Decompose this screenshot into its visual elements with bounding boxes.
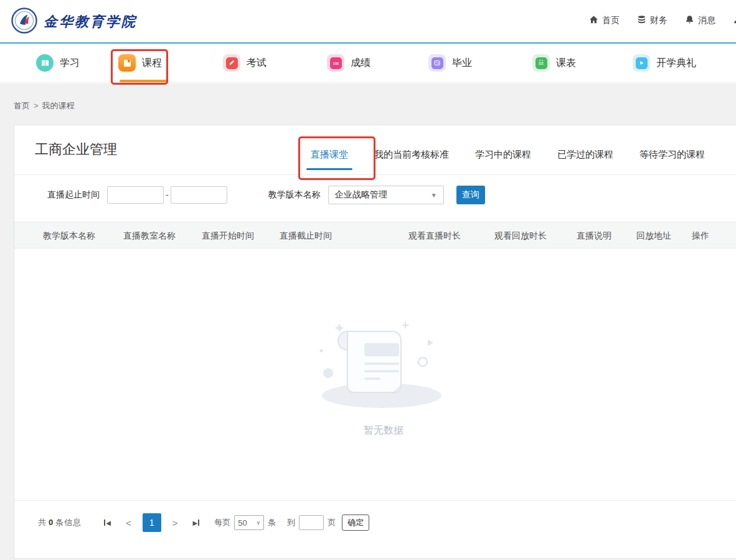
nav-ceremony-label: 开学典礼 bbox=[656, 57, 696, 70]
search-button[interactable]: 查询 bbox=[456, 186, 485, 204]
nav-item-grades[interactable]: 100 成绩 bbox=[327, 54, 370, 72]
total-suffix: 条信息 bbox=[55, 518, 82, 527]
topnav-messages[interactable]: 消息 bbox=[685, 15, 715, 26]
nav-item-exams[interactable]: 考试 bbox=[223, 54, 267, 72]
empty-state: 暂无数据 bbox=[312, 320, 455, 437]
active-tab-underline bbox=[306, 168, 352, 170]
brand[interactable]: 金华教育学院 bbox=[11, 7, 137, 36]
grades-icon: 100 bbox=[327, 54, 344, 72]
person-icon bbox=[733, 15, 736, 26]
breadcrumb-home[interactable]: 首页 bbox=[14, 101, 30, 110]
first-page-button[interactable]: ◀ bbox=[104, 520, 111, 526]
nav-timetable-label: 课表 bbox=[556, 57, 576, 70]
filter-row: 直播起止时间 - 教学版本名称 企业战略管理 ▼ 查询 bbox=[14, 185, 736, 205]
topnav-profile[interactable]: 个人 bbox=[733, 15, 736, 26]
ceremony-icon bbox=[633, 54, 650, 72]
total-count: 0 bbox=[49, 518, 54, 527]
per-page-value: 50 bbox=[238, 518, 256, 528]
prev-page-button[interactable]: < bbox=[126, 518, 131, 528]
col-start-time: 直播开始时间 bbox=[202, 222, 254, 249]
timetable-icon bbox=[532, 54, 550, 72]
tab-courses-in-progress[interactable]: 学习中的课程 bbox=[475, 149, 531, 162]
live-start-time-input[interactable] bbox=[107, 186, 164, 204]
topnav-finance[interactable]: 财务 bbox=[637, 15, 668, 26]
per-page-select[interactable]: 50 ∨ bbox=[234, 515, 264, 530]
main-nav: 学习 课程 考试 100 成绩 毕业 bbox=[0, 44, 736, 83]
empty-scroll-illustration bbox=[312, 320, 455, 413]
per-page-control: 每页 50 ∨ 条 bbox=[214, 515, 276, 530]
exam-icon bbox=[223, 54, 240, 72]
page-background: 首页>我的课程 工商企业管理 直播课堂 我的当前考核标准 学习中的课程 已学过的… bbox=[0, 83, 736, 560]
top-header: 金华教育学院 首页 财务 消息 个人 bbox=[0, 0, 736, 44]
col-replay-duration: 观看回放时长 bbox=[494, 222, 547, 249]
home-icon bbox=[589, 15, 598, 26]
breadcrumb-separator: > bbox=[34, 101, 39, 110]
per-page-label: 每页 bbox=[214, 517, 230, 528]
pagination: 共0条信息 ◀ < 1 > ▶ 每页 50 ∨ 条 到 页 确定 bbox=[38, 511, 369, 534]
bell-icon bbox=[685, 15, 694, 26]
tab-completed-courses-label: 已学过的课程 bbox=[557, 149, 613, 159]
col-version-name: 教学版本名称 bbox=[43, 222, 95, 249]
confirm-button[interactable]: 确定 bbox=[342, 515, 369, 531]
chevron-down-icon: ▼ bbox=[431, 192, 437, 199]
nav-exams-label: 考试 bbox=[247, 57, 267, 70]
first-page-icon bbox=[104, 520, 105, 526]
brand-title: 金华教育学院 bbox=[44, 12, 137, 31]
empty-state-text: 暂无数据 bbox=[312, 424, 455, 437]
col-replay-address: 回放地址 bbox=[636, 222, 671, 249]
col-live-duration: 观看直播时长 bbox=[408, 222, 461, 249]
next-page-button[interactable]: > bbox=[172, 518, 178, 528]
last-page-button[interactable]: ▶ bbox=[192, 520, 199, 526]
table-header: 教学版本名称 直播教室名称 直播开始时间 直播截止时间 观看直播时长 观看回放时… bbox=[14, 222, 736, 249]
version-name-label: 教学版本名称 bbox=[268, 189, 321, 201]
nav-item-graduation[interactable]: 毕业 bbox=[428, 54, 472, 72]
per-page-suffix: 条 bbox=[268, 517, 276, 528]
nav-courses-label: 课程 bbox=[142, 57, 162, 70]
topnav-messages-label: 消息 bbox=[698, 15, 715, 26]
version-select-value: 企业战略管理 bbox=[335, 189, 431, 201]
school-logo-icon bbox=[11, 7, 37, 36]
goto-page-control: 到 页 确定 bbox=[287, 515, 369, 531]
svg-text:100: 100 bbox=[333, 61, 338, 65]
current-page-button[interactable]: 1 bbox=[143, 513, 161, 532]
breadcrumb-current: 我的课程 bbox=[42, 101, 75, 110]
time-range-separator: - bbox=[166, 190, 169, 200]
tab-assessment-standards[interactable]: 我的当前考核标准 bbox=[374, 149, 449, 162]
tab-courses-in-progress-label: 学习中的课程 bbox=[475, 149, 531, 159]
live-end-time-input[interactable] bbox=[171, 186, 227, 204]
topnav-home[interactable]: 首页 bbox=[589, 15, 620, 26]
card-header: 工商企业管理 直播课堂 我的当前考核标准 学习中的课程 已学过的课程 等待学习的… bbox=[14, 125, 736, 175]
col-end-time: 直播截止时间 bbox=[280, 222, 332, 249]
nav-item-timetable[interactable]: 课表 bbox=[532, 54, 576, 72]
content-card: 工商企业管理 直播课堂 我的当前考核标准 学习中的课程 已学过的课程 等待学习的… bbox=[14, 125, 736, 559]
select-chevron-icon: ∨ bbox=[257, 520, 261, 526]
graduation-icon bbox=[428, 54, 446, 72]
course-tabs: 直播课堂 我的当前考核标准 学习中的课程 已学过的课程 等待学习的课程 bbox=[311, 149, 705, 162]
nav-item-ceremony[interactable]: 开学典礼 bbox=[633, 54, 696, 72]
last-page-icon bbox=[198, 520, 199, 526]
active-nav-underline bbox=[120, 80, 168, 82]
col-actions: 操作 bbox=[692, 222, 709, 249]
topnav-home-label: 首页 bbox=[602, 15, 620, 26]
tab-live-classroom-label: 直播课堂 bbox=[311, 149, 348, 159]
page-title: 工商企业管理 bbox=[35, 140, 117, 159]
study-icon bbox=[36, 54, 54, 72]
breadcrumb: 首页>我的课程 bbox=[14, 100, 75, 112]
total-prefix: 共 bbox=[38, 518, 47, 527]
finance-icon bbox=[637, 15, 646, 26]
tab-live-classroom[interactable]: 直播课堂 bbox=[311, 149, 348, 162]
course-icon bbox=[118, 54, 136, 72]
pagination-total: 共0条信息 bbox=[38, 517, 82, 528]
tab-completed-courses[interactable]: 已学过的课程 bbox=[557, 149, 613, 162]
nav-item-courses[interactable]: 课程 bbox=[118, 54, 162, 72]
goto-page-input[interactable] bbox=[299, 515, 324, 530]
nav-grades-label: 成绩 bbox=[351, 57, 370, 70]
tab-assessment-standards-label: 我的当前考核标准 bbox=[374, 149, 449, 159]
nav-item-study[interactable]: 学习 bbox=[36, 54, 80, 72]
top-nav: 首页 财务 消息 个人 bbox=[589, 15, 736, 26]
nav-graduation-label: 毕业 bbox=[452, 57, 472, 70]
goto-label: 到 bbox=[287, 517, 295, 528]
nav-study-label: 学习 bbox=[60, 57, 80, 70]
tab-waiting-courses[interactable]: 等待学习的课程 bbox=[639, 149, 705, 162]
version-select[interactable]: 企业战略管理 ▼ bbox=[328, 186, 444, 204]
